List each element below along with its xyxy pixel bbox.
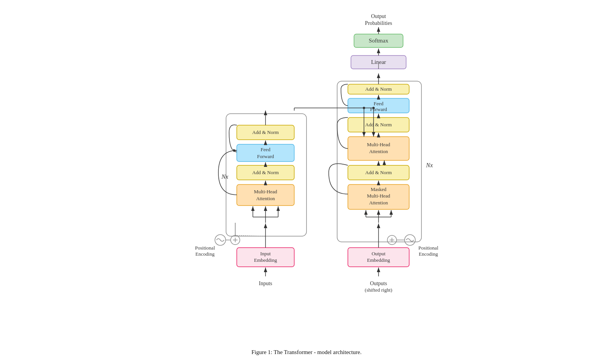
inputs-label: Inputs <box>259 281 272 286</box>
nx-decoder-label: Nx <box>426 162 433 168</box>
dec-masked-mha-label3: Attention <box>369 200 388 206</box>
dec-add-norm-bot-label: Add & Norm <box>365 170 392 175</box>
dec-add-norm-top-label: Add & Norm <box>365 86 392 92</box>
softmax-label: Softmax <box>369 38 388 44</box>
transformer-diagram: Nx Multi-Head Attention Add & Norm Feed … <box>134 8 479 345</box>
dec-ff-label1: Feed <box>374 101 384 106</box>
pe-label-right2: Encoding <box>419 251 438 257</box>
page-wrapper: Nx Multi-Head Attention Add & Norm Feed … <box>134 8 479 356</box>
dec-mha-label2: Attention <box>369 149 388 154</box>
enc-mha-label: Multi-Head <box>254 189 277 194</box>
enc-residual-1 <box>218 150 237 195</box>
pe-wave-right <box>406 239 414 242</box>
pe-wave-left <box>216 239 224 242</box>
svg-text:Forward: Forward <box>257 153 274 159</box>
enc-add-norm-bot-label: Add & Norm <box>252 170 279 175</box>
svg-text:Attention: Attention <box>256 196 275 201</box>
dec-add-norm-mid-label: Add & Norm <box>365 122 392 127</box>
dec-masked-mha-label2: Multi-Head <box>367 193 390 199</box>
enc-residual-2 <box>229 125 237 152</box>
input-embedding-label2: Embedding <box>254 257 277 263</box>
output-prob-label2: Probabilities <box>365 20 392 26</box>
dec-residual-3 <box>341 84 348 106</box>
pe-label-left2: Encoding <box>195 251 215 257</box>
enc-add-norm-top-label: Add & Norm <box>252 129 279 135</box>
figure-caption: Figure 1: The Transformer - model archit… <box>251 349 362 356</box>
nx-encoder-label: Nx <box>221 173 228 180</box>
enc-ff-label: Feed <box>261 147 270 152</box>
output-embedding-label1: Output <box>372 251 386 256</box>
output-prob-label1: Output <box>371 13 386 19</box>
outputs-label2: (shifted right) <box>365 287 392 293</box>
dec-residual-1 <box>329 163 348 194</box>
dec-masked-mha-label1: Masked <box>370 186 387 192</box>
pe-label-right1: Positional <box>418 245 438 251</box>
input-embedding-label1: Input <box>260 251 271 256</box>
dec-residual-2 <box>337 118 348 149</box>
outputs-label1: Outputs <box>370 281 387 286</box>
diagram-container: Nx Multi-Head Attention Add & Norm Feed … <box>134 8 479 345</box>
dec-mha-label1: Multi-Head <box>367 142 390 147</box>
pe-label-left1: Positional <box>195 245 215 251</box>
output-embedding-label2: Embedding <box>367 257 390 263</box>
enc-mha-box <box>237 184 294 206</box>
